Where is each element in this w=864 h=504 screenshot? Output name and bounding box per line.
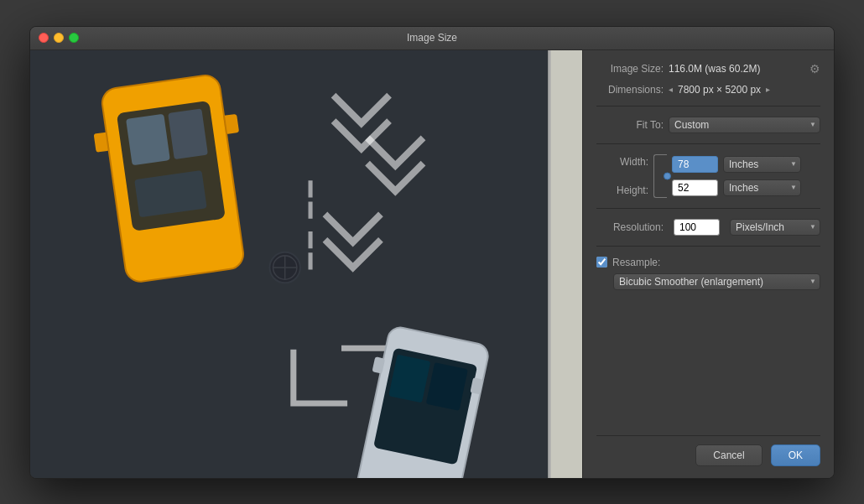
fit-to-select-wrapper: Custom Default Photoshop Size US Paper I… — [669, 117, 820, 133]
resample-checkbox-row: Resample: — [596, 257, 820, 268]
link-bracket — [653, 154, 667, 198]
dim-arrow-right[interactable]: ▸ — [766, 85, 770, 94]
image-size-label: Image Size: — [596, 63, 664, 75]
width-input[interactable]: 78 — [672, 156, 718, 173]
link-dot[interactable] — [664, 172, 671, 179]
height-unit-wrapper: Inches Pixels Centimeters — [723, 179, 801, 196]
resample-checkbox[interactable] — [596, 257, 607, 268]
resample-method-select[interactable]: Automatic Preserve Details (enlargement)… — [613, 273, 820, 290]
divider-4 — [596, 246, 820, 247]
resample-method-wrapper: Automatic Preserve Details (enlargement)… — [613, 273, 820, 290]
settings-panel: Image Size: 116.0M (was 60.2M) ⚙ Dimensi… — [582, 50, 834, 478]
width-input-row: 78 Inches Pixels Centimeters — [672, 156, 820, 173]
resolution-input[interactable]: 100 — [674, 219, 720, 236]
image-size-value: 116.0M (was 60.2M) — [669, 63, 760, 75]
titlebar: Image Size — [30, 27, 834, 50]
cancel-button[interactable]: Cancel — [695, 444, 762, 466]
image-preview — [30, 50, 582, 478]
ok-button[interactable]: OK — [771, 444, 820, 466]
dimensions-value: 7800 px × 5200 px — [678, 84, 761, 96]
resolution-label: Resolution: — [596, 221, 664, 233]
wh-inputs: 78 Inches Pixels Centimeters 52 — [672, 156, 820, 196]
width-unit-wrapper: Inches Pixels Centimeters — [723, 156, 801, 173]
height-label: Height: — [617, 184, 648, 196]
resolution-row: Resolution: 100 Pixels/Inch Pixels/Centi… — [596, 219, 820, 236]
height-input-row: 52 Inches Pixels Centimeters — [672, 179, 820, 196]
svg-rect-3 — [549, 50, 551, 478]
wh-container: Width: Height: 78 Inches — [596, 154, 820, 198]
traffic-lights — [39, 33, 79, 43]
resolution-unit-wrapper: Pixels/Inch Pixels/Centimeter — [730, 219, 820, 236]
height-unit-select[interactable]: Inches Pixels Centimeters — [723, 179, 801, 196]
maximize-button[interactable] — [69, 33, 79, 43]
divider-1 — [596, 106, 820, 107]
resample-section: Resample: Automatic Preserve Details (en… — [596, 257, 820, 290]
image-size-dialog: Image Size — [29, 26, 835, 479]
window-title: Image Size — [407, 32, 457, 44]
divider-2 — [596, 143, 820, 144]
link-bracket-container — [653, 154, 667, 198]
width-unit-select[interactable]: Inches Pixels Centimeters — [723, 156, 801, 173]
dim-arrow-left[interactable]: ◂ — [669, 85, 673, 94]
svg-rect-2 — [549, 50, 582, 478]
minimize-button[interactable] — [54, 33, 64, 43]
close-button[interactable] — [39, 33, 49, 43]
width-label: Width: — [620, 156, 648, 168]
svg-rect-9 — [168, 108, 208, 159]
fit-to-label: Fit To: — [596, 119, 664, 131]
wh-labels: Width: Height: — [596, 156, 653, 196]
gear-icon[interactable]: ⚙ — [809, 62, 820, 75]
svg-rect-8 — [126, 113, 170, 164]
height-input[interactable]: 52 — [672, 179, 718, 196]
image-size-row: Image Size: 116.0M (was 60.2M) ⚙ — [596, 62, 820, 75]
divider-3 — [596, 208, 820, 209]
window-body: Image Size: 116.0M (was 60.2M) ⚙ Dimensi… — [30, 50, 834, 478]
resample-label[interactable]: Resample: — [612, 257, 660, 268]
dimensions-row: Dimensions: ◂ 7800 px × 5200 px ▸ — [596, 84, 820, 96]
preview-image — [30, 50, 582, 478]
panel-buttons: Cancel OK — [596, 435, 820, 466]
fit-to-select[interactable]: Custom Default Photoshop Size US Paper I… — [669, 117, 820, 133]
fit-to-row: Fit To: Custom Default Photoshop Size US… — [596, 117, 820, 133]
dimensions-label: Dimensions: — [596, 84, 664, 96]
resolution-unit-select[interactable]: Pixels/Inch Pixels/Centimeter — [730, 219, 820, 236]
